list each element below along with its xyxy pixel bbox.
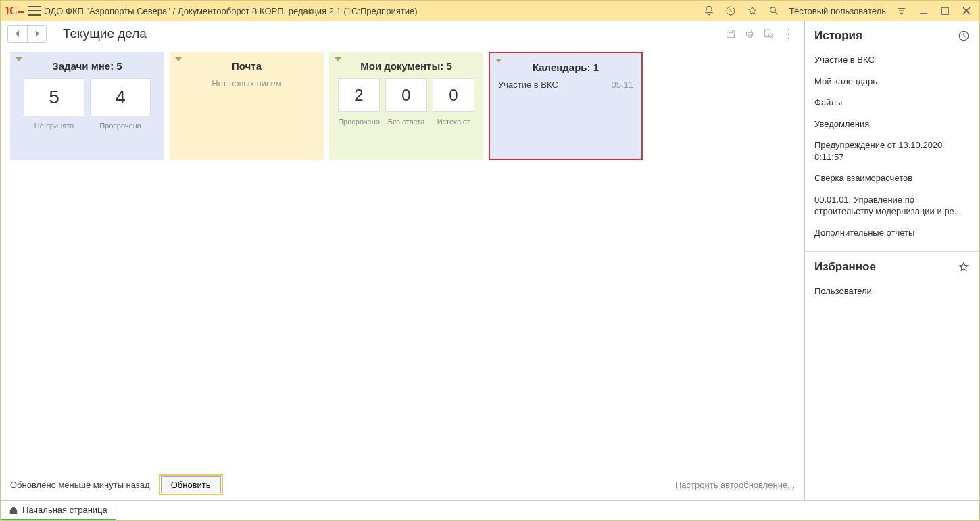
favorites-section: Избранное Пользователи	[805, 252, 979, 310]
page-toolbar: Текущие дела ⋮	[1, 21, 804, 47]
mydocs-expiring-tile[interactable]: 0	[433, 78, 474, 112]
page-title: Текущие дела	[51, 26, 147, 41]
svg-rect-3	[727, 30, 735, 38]
tasks-not-accepted-label: Не принято	[24, 122, 84, 130]
minimize-button[interactable]	[914, 2, 932, 20]
star-icon[interactable]	[958, 261, 970, 273]
bell-icon[interactable]	[700, 2, 718, 20]
history-item[interactable]: Участие в ВКС	[814, 49, 970, 71]
user-name[interactable]: Тестовый пользователь	[787, 6, 889, 16]
bottom-bar: Обновлено меньше минуты назад Обновить Н…	[1, 470, 804, 500]
nav-buttons	[7, 25, 47, 43]
widget-mydocs[interactable]: Мои документы: 5 2 0 0 Просрочено Без от…	[329, 52, 483, 160]
clock-icon[interactable]	[958, 30, 970, 42]
favorite-item[interactable]: Пользователи	[814, 280, 970, 302]
chevron-down-icon[interactable]	[175, 57, 182, 61]
history-item[interactable]: Уведомления	[814, 114, 970, 135]
widget-calendar-title: Календарь: 1	[497, 61, 635, 73]
history-section: История Участие в ВКС Мой календарь Файл…	[805, 21, 979, 252]
history-title: История	[814, 29, 862, 43]
logo-1c: 1С	[5, 5, 24, 17]
main-menu-button[interactable]	[28, 6, 41, 16]
auto-refresh-link[interactable]: Настроить автообновление...	[675, 480, 795, 490]
nav-forward-button[interactable]	[27, 26, 46, 42]
widget-tasks-title: Задачи мне: 5	[17, 60, 157, 72]
nav-back-button[interactable]	[8, 26, 27, 42]
svg-rect-2	[941, 7, 948, 14]
more-menu[interactable]: ⋮	[780, 28, 798, 39]
widget-calendar[interactable]: Календарь: 1 Участие в ВКС 05.11	[489, 52, 643, 160]
mail-empty-text: Нет новых писем	[176, 78, 317, 89]
settings-lines-icon[interactable]	[893, 2, 910, 20]
mydocs-expiring-label: Истекают	[433, 118, 474, 126]
svg-rect-4	[746, 32, 752, 36]
mydocs-noreply-tile[interactable]: 0	[385, 78, 427, 112]
svg-rect-5	[748, 30, 751, 32]
tab-home-label: Начальная страница	[22, 505, 107, 515]
content-area: Задачи мне: 5 5 4 Не принято Просрочено …	[1, 47, 804, 470]
history-item[interactable]: Файлы	[814, 92, 970, 114]
widget-tasks[interactable]: Задачи мне: 5 5 4 Не принято Просрочено	[10, 52, 164, 160]
chevron-down-icon[interactable]	[16, 57, 22, 61]
search-icon[interactable]	[765, 2, 783, 20]
widget-mail-title: Почта	[176, 60, 317, 72]
app-title: ЭДО ФКП "Аэропорты Севера" / Документооб…	[45, 6, 418, 16]
widget-mydocs-title: Мои документы: 5	[336, 60, 476, 72]
bottom-tabs: Начальная страница	[1, 500, 979, 520]
history-item[interactable]: Мой календарь	[814, 71, 970, 93]
mydocs-noreply-label: Без ответа	[385, 118, 427, 126]
tasks-not-accepted-tile[interactable]: 5	[24, 78, 84, 116]
maximize-button[interactable]	[936, 2, 954, 20]
history-item[interactable]: 00.01.01. Управление по строительству мо…	[814, 189, 970, 222]
tab-home[interactable]: Начальная страница	[1, 501, 116, 520]
main-area: Текущие дела ⋮ Задачи мне: 5 5 4	[1, 21, 805, 500]
svg-point-1	[770, 7, 775, 13]
history-item[interactable]: Предупреждение от 13.10.2020 8:11:57	[814, 134, 970, 168]
svg-rect-7	[765, 30, 770, 37]
widget-mail[interactable]: Почта Нет новых писем	[170, 52, 324, 160]
chevron-down-icon[interactable]	[335, 57, 341, 61]
updated-text: Обновлено меньше минуты назад	[10, 480, 150, 490]
clock-history-icon[interactable]	[722, 2, 739, 20]
page-search-icon[interactable]	[761, 26, 776, 41]
app-frame: 1С ЭДО ФКП "Аэропорты Севера" / Документ…	[0, 0, 980, 521]
home-icon	[9, 505, 18, 515]
history-item[interactable]: Сверка взаиморасчетов	[814, 168, 970, 189]
star-icon[interactable]	[743, 2, 761, 20]
close-button[interactable]	[958, 2, 975, 20]
tasks-overdue-label: Просрочено	[90, 122, 151, 130]
calendar-item-text: Участие в ВКС	[498, 80, 558, 90]
save-icon[interactable]	[723, 26, 738, 41]
mydocs-overdue-tile[interactable]: 2	[338, 78, 380, 112]
refresh-button[interactable]: Обновить	[161, 476, 221, 493]
mydocs-overdue-label: Просрочено	[338, 118, 380, 126]
history-item[interactable]: Дополнительные отчеты	[814, 222, 970, 244]
side-panel: История Участие в ВКС Мой календарь Файл…	[805, 21, 979, 500]
chevron-down-icon[interactable]	[495, 59, 502, 63]
calendar-item[interactable]: Участие в ВКС 05.11	[497, 80, 635, 90]
favorites-title: Избранное	[814, 260, 876, 274]
tasks-overdue-tile[interactable]: 4	[90, 78, 151, 116]
print-icon[interactable]	[742, 26, 757, 41]
titlebar: 1С ЭДО ФКП "Аэропорты Севера" / Документ…	[1, 1, 979, 21]
calendar-item-date: 05.11	[611, 80, 633, 90]
